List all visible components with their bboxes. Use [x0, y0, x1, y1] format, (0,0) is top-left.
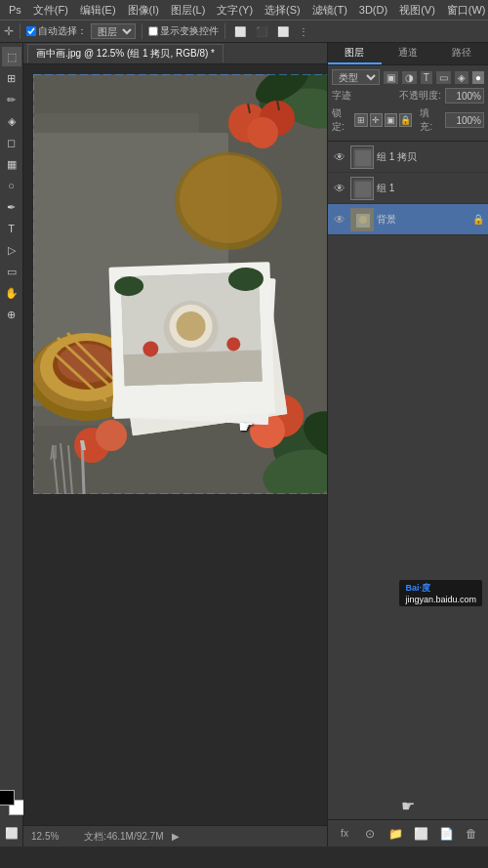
crop-tool[interactable]: ⊞: [2, 68, 21, 88]
move-tool-icon: ✛: [4, 24, 14, 38]
lock-pixel-btn[interactable]: ⊞: [354, 113, 367, 127]
opacity-row: 字迹 不透明度:: [332, 88, 484, 103]
type-row: 类型 ▣ ◑ T ▭ ◈ ●: [332, 69, 484, 85]
menu-window[interactable]: 窗口(W): [442, 3, 488, 18]
filter-toggle[interactable]: ●: [472, 71, 484, 84]
layer-item-background[interactable]: 👁 背景 🔒: [328, 204, 488, 235]
menu-file[interactable]: 文件(F): [28, 3, 73, 18]
layer-thumb-group1copy: [350, 145, 374, 169]
brush-tool[interactable]: ✏: [2, 90, 21, 109]
visibility-eye-group1copy[interactable]: 👁: [332, 149, 347, 165]
visibility-eye-group1[interactable]: 👁: [332, 181, 347, 196]
menu-ps[interactable]: Ps: [4, 4, 26, 16]
dodge-tool[interactable]: ○: [2, 176, 21, 195]
svg-point-64: [359, 216, 367, 224]
baidu-watermark: Bai·度 jingyan.baidu.com: [399, 580, 482, 606]
filter-text-icon[interactable]: T: [421, 71, 432, 84]
tab-paths[interactable]: 路径: [434, 43, 488, 64]
menu-filter[interactable]: 滤镜(T): [307, 3, 352, 18]
opacity-label: 字迹: [332, 89, 351, 103]
svg-rect-59: [355, 150, 371, 166]
align-right-btn[interactable]: ⬜: [274, 25, 292, 38]
quick-mask-btn[interactable]: ⬜: [2, 823, 21, 843]
menu-edit[interactable]: 编辑(E): [75, 3, 121, 18]
new-layer-btn[interactable]: 📄: [436, 824, 456, 844]
new-group-btn[interactable]: 📁: [386, 824, 405, 844]
svg-point-15: [96, 420, 127, 451]
show-transform-label: 显示变换控件: [160, 24, 219, 38]
toolbar: ✛ 自动选择： 图层 组 显示变换控件 ⬜ ⬛ ⬜ ⋮: [0, 20, 488, 43]
layer-lock-icon: 🔒: [472, 214, 484, 225]
distribute-btn[interactable]: ⋮: [296, 25, 311, 38]
filter-shape-icon[interactable]: ▭: [436, 71, 451, 84]
photo-container: ☛: [33, 74, 327, 494]
right-panel: 图层 通道 路径 类型 ▣ ◑ T ▭ ◈ ● 字迹: [327, 43, 488, 847]
new-fill-adjustment-btn[interactable]: ⊙: [360, 824, 380, 844]
menu-text[interactable]: 文字(Y): [212, 3, 258, 18]
tab-channels[interactable]: 通道: [382, 43, 435, 64]
tools-panel: ⬚ ⊞ ✏ ◈ ◻ ▦ ○ ✒ T ▷ ▭ ✋ ⊕ ⬜: [0, 43, 23, 847]
selection-tool[interactable]: ⬚: [2, 47, 21, 66]
gradient-tool[interactable]: ▦: [2, 154, 21, 174]
opacity-input[interactable]: [445, 88, 484, 103]
menu-layer[interactable]: 图层(L): [166, 3, 210, 18]
panel-tabs: 图层 通道 路径: [328, 43, 488, 65]
text-tool[interactable]: T: [2, 219, 21, 238]
lock-all-btn[interactable]: 🔒: [399, 113, 412, 127]
filter-smart-icon[interactable]: ◈: [455, 71, 468, 84]
fill-row: 锁定: ⊞ ✛ ▣ 🔒 填充:: [332, 106, 484, 134]
fill-input[interactable]: [445, 112, 484, 128]
menu-select[interactable]: 选择(S): [260, 3, 305, 18]
eraser-tool[interactable]: ◻: [2, 133, 21, 152]
layer-thumb-group1: [350, 177, 374, 200]
fx-button[interactable]: fx: [335, 824, 354, 844]
layer-name-group1copy: 组 1 拷贝: [377, 150, 484, 164]
show-transform-checkbox[interactable]: [148, 26, 158, 36]
layers-bottom-toolbar: fx ⊙ 📁 ⬜ 📄 🗑: [328, 819, 488, 847]
forward-arrow-icon[interactable]: ▶: [172, 831, 180, 842]
visibility-eye-bg[interactable]: 👁: [332, 212, 347, 227]
filter-adjust-icon[interactable]: ◑: [402, 71, 417, 84]
lock-position-btn[interactable]: ✛: [370, 113, 383, 127]
layer-item-group1[interactable]: 👁 组 1: [328, 173, 488, 204]
pen-tool[interactable]: ✒: [2, 197, 21, 217]
layer-name-bg: 背景: [377, 213, 469, 227]
add-mask-btn[interactable]: ⬜: [411, 824, 430, 844]
align-center-btn[interactable]: ⬛: [253, 25, 270, 38]
layer-select[interactable]: 图层 组: [91, 23, 136, 39]
canvas-tab[interactable]: 画中画.jpg @ 12.5% (组 1 拷贝, RGB/8) *: [27, 44, 224, 62]
menu-image[interactable]: 图像(I): [123, 3, 164, 18]
status-bar: 12.5% 文档:46.1M/92.7M ▶: [23, 825, 327, 847]
path-tool[interactable]: ▷: [2, 240, 21, 260]
shape-tool[interactable]: ▭: [2, 262, 21, 281]
menu-bar: Ps 文件(F) 编辑(E) 图像(I) 图层(L) 文字(Y) 选择(S) 滤…: [0, 0, 488, 20]
menu-view[interactable]: 视图(V): [394, 3, 440, 18]
zoom-tool[interactable]: ⊕: [2, 305, 21, 324]
hand-tool[interactable]: ✋: [2, 283, 21, 303]
lock-icons: 锁定: ⊞ ✛ ▣ 🔒: [332, 106, 412, 134]
svg-point-11: [247, 117, 278, 148]
menu-3d[interactable]: 3D(D): [354, 4, 392, 16]
doc-size: 文档:46.1M/92.7M: [84, 830, 163, 844]
filter-pixel-icon[interactable]: ▣: [384, 71, 398, 84]
opacity-label2: 不透明度:: [399, 89, 441, 103]
clone-tool[interactable]: ◈: [2, 111, 21, 131]
layer-item-group1-copy[interactable]: 👁 组 1 拷贝: [328, 142, 488, 173]
delete-layer-btn[interactable]: 🗑: [462, 824, 481, 844]
align-left-btn[interactable]: ⬜: [231, 25, 249, 38]
canvas-viewport[interactable]: ☛: [23, 64, 327, 825]
status-separator: [66, 830, 76, 844]
svg-rect-61: [355, 182, 371, 197]
svg-line-53: [53, 445, 54, 458]
foreground-swatch[interactable]: [0, 790, 15, 806]
type-select[interactable]: 类型: [332, 69, 380, 85]
auto-select-checkbox[interactable]: [26, 26, 36, 36]
lock-artboard-btn[interactable]: ▣: [385, 113, 397, 127]
canvas-area: 画中画.jpg @ 12.5% (组 1 拷贝, RGB/8) *: [23, 43, 327, 847]
svg-point-27: [180, 155, 277, 243]
layers-list: 👁 组 1 拷贝 👁 组 1: [328, 142, 488, 793]
tab-layers[interactable]: 图层: [328, 43, 382, 64]
show-transform-container: 显示变换控件: [148, 24, 219, 38]
baidu-url: jingyan.baidu.com: [405, 595, 476, 604]
layers-controls: 类型 ▣ ◑ T ▭ ◈ ● 字迹 不透明度: 锁定: ⊞: [328, 65, 488, 142]
